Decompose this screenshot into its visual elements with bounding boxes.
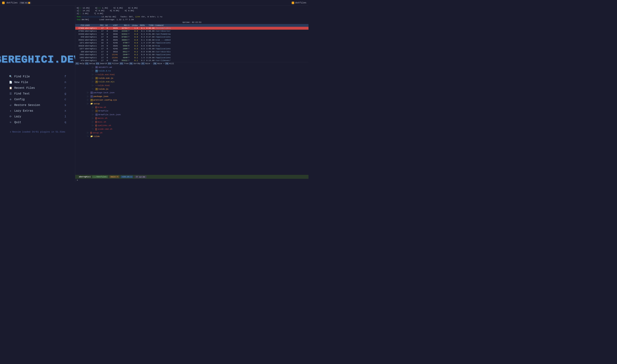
cell-s: ? (128, 53, 131, 56)
status-path: ../dotfiles (92, 176, 108, 178)
cell-cmd: /usr/sbin/dis (155, 50, 308, 53)
table-row[interactable]: 474 abereghici 17 0 391G 55632 ? 0.1 0.2… (75, 59, 308, 62)
file-type-badge: ▶ (95, 106, 97, 109)
htop-footer-key[interactable]: F3Search (96, 62, 108, 65)
list-item[interactable]: └─ 📁tilde (75, 135, 308, 138)
htop-footer-key[interactable]: F5Tree (120, 62, 129, 65)
list-item[interactable]: ├─ ▶setup.sh (75, 131, 308, 135)
cell-cmd: htop (155, 44, 308, 48)
cell-mem: 1.4 (139, 41, 145, 44)
list-item[interactable]: ├─ MDSECURITY.md (75, 65, 308, 69)
right-panel: 0[|| 12.8%] 3[||| 1.3%] 5[ 0.0%] 8[ 0.0%… (75, 6, 308, 182)
cpu-0: 0[|| 12.8%] (77, 7, 90, 10)
list-item[interactable]: ├─ JStslib.es6.mjs (75, 80, 308, 84)
file-name: SECURITY.md (98, 66, 112, 69)
cell-pri: 17 (99, 59, 104, 62)
menu-label-restore-session: Restore Session (14, 104, 40, 107)
table-row[interactable]: 37909 abereghici 17 0 392G 42704 ? 1.6 0… (75, 27, 308, 30)
file-type-badge: JS (95, 80, 98, 83)
list-item[interactable]: ├─ ▶macos.sh (75, 117, 308, 120)
table-row[interactable]: 34469 abereghici 32 0 393G 92832 ? 0.8 0… (75, 33, 308, 36)
cell-ni: 0 (104, 41, 109, 44)
file-name: macos.sh (97, 117, 107, 120)
cell-user: abereghici (85, 30, 99, 33)
cell-user: abereghici (85, 41, 99, 44)
table-row[interactable]: 1871 abereghici 32 0 424G 475M ? 0.6 1.4… (75, 41, 308, 44)
menu-label-lazy-extras: Lazy Extras (14, 109, 33, 113)
table-row[interactable]: 2062 abereghici 17 0 1524G 284M ? 0.2 0.… (75, 53, 308, 56)
list-item[interactable]: ├─ ▶symlinks.sh (75, 124, 308, 127)
htop-footer-key[interactable]: F6SortBy (129, 62, 141, 65)
cpu-9: 9[ 0.0%] (125, 10, 134, 12)
list-item[interactable]: ├─ ▶misc.sh (75, 120, 308, 124)
menu-label-lazy: Lazy (14, 115, 21, 118)
file-tree-section[interactable]: ├─ MDSECURITY.md ├─ TStslib.d.ts ├─ ◻tsl… (75, 65, 308, 175)
menu-item-recent-files[interactable]: 📋 Recent Files r (9, 85, 66, 91)
htop-footer-key[interactable]: F7Nice - (141, 62, 153, 65)
list-item[interactable]: ├─ ◻tslib.html (75, 84, 308, 87)
tab-badge[interactable]: Tab #1 (19, 2, 31, 4)
list-item[interactable]: ├─ JSprettier.config.cjs (75, 98, 308, 102)
cell-time: 0:27.00 (145, 36, 155, 39)
htop-footer-key[interactable]: F2Setup (85, 62, 96, 65)
menu-key-find-file: f (64, 75, 66, 78)
menu-item-restore-session[interactable]: ↺ Restore Session s (9, 102, 66, 108)
list-item[interactable]: ├─ TStslib.d.ts (75, 69, 308, 73)
cell-ni: 0 (104, 56, 109, 59)
menu-label-quit: Quit (14, 121, 21, 124)
menu-list: 🔍 Find File f 📄 New File n 📋 Recent File… (9, 74, 66, 125)
menu-item-config[interactable]: ⚙ Config c (9, 97, 66, 102)
menu-item-new-file[interactable]: 📄 New File n (9, 79, 66, 85)
list-item[interactable]: ├─ ▶brew.sh (75, 105, 308, 109)
list-item[interactable]: ├─ ◻tslib.es6.html (75, 73, 308, 77)
top-bar-left: dotfiles Tab #1 (2, 1, 31, 4)
table-row[interactable]: 940 abereghici 17 0 393G 87984 ? 0.8 0.3… (75, 36, 308, 39)
menu-item-find-file[interactable]: 🔍 Find File f (9, 74, 66, 79)
file-name: symlinks.sh (97, 124, 111, 127)
menu-item-lazy[interactable]: ⟳ Lazy l (9, 114, 66, 119)
table-row[interactable]: 37902 abereghici 17 0 391G 22336 ? 0.9 0… (75, 30, 308, 33)
menu-key-quit: q (64, 121, 66, 124)
list-item[interactable]: ├─ {}Brewfile (75, 109, 308, 113)
top-bar-right-title: dotfiles (295, 1, 306, 4)
cell-virt: 424G (109, 41, 118, 44)
tree-connector: └─ (92, 128, 95, 131)
list-item[interactable]: ├─ {}package-lock.json (75, 91, 308, 94)
cell-user: abereghici (85, 39, 99, 42)
list-item[interactable]: ├─ {}package.json (75, 95, 308, 98)
process-table-header: PID USER PRI NI VIRT RES S CPU%▾ MEM% TI… (75, 24, 308, 27)
table-row[interactable]: 1877 abereghici 17 0 424G 200M ? 0.3 0.6… (75, 47, 308, 50)
htop-footer-key[interactable]: F4Filter (108, 62, 120, 65)
col-header-cmd: Command (155, 24, 308, 26)
tree-connector: ├─ (92, 109, 95, 113)
cell-mem: 0.0 (139, 44, 145, 48)
htop-footer-key[interactable]: F9Kill (165, 62, 175, 65)
list-item[interactable]: ├─ 📁setup (75, 102, 308, 105)
fkey-num: F2 (85, 62, 89, 65)
table-row[interactable]: 36828 abereghici 24 0 392G 9088 R 0.3 0.… (75, 44, 308, 48)
cell-s: ? (128, 27, 131, 30)
menu-item-find-text[interactable]: ☰ Find Text g (9, 91, 66, 97)
cell-user: abereghici (85, 59, 99, 62)
table-row[interactable]: 1882 abereghici 17 0 1526G 484M ? 0.1 1.… (75, 56, 308, 59)
cpu-1: 1[|| 14.1%] (77, 10, 90, 12)
tree-connector: ├─ (92, 73, 95, 76)
menu-item-quit[interactable]: ⎋ Quit q (9, 119, 66, 125)
menu-item-lazy-extras[interactable]: ✦ Lazy Extras x (9, 108, 66, 114)
list-item[interactable]: └─ ▶xcode-cmd.sh (75, 127, 308, 131)
table-row[interactable]: 35842 abereghici 26 0 392G 38064 ? 0.8 0… (75, 39, 308, 42)
htop-footer-key[interactable]: F8Nice + (153, 62, 165, 65)
list-item[interactable]: ├─ JStslib.es6.js (75, 77, 308, 80)
cpu-display: 0[|| 12.8%] 3[||| 1.3%] 5[ 0.0%] 8[ 0.0%… (77, 7, 307, 10)
cell-time: 0:15.00 (145, 59, 155, 62)
menu-key-lazy: l (64, 115, 66, 118)
file-name: tslib.es6.js (98, 77, 113, 80)
list-item[interactable]: └─ JStslib.js (75, 87, 308, 91)
list-item[interactable]: ├─ {}Brewfile.lock.json (75, 113, 308, 117)
cell-ni: 0 (104, 39, 109, 42)
cell-res: 38064 (118, 39, 128, 42)
htop-footer-key[interactable]: F1Help (75, 62, 85, 65)
tab-close-dot[interactable] (28, 2, 30, 4)
cell-res: 284M (118, 53, 128, 56)
table-row[interactable]: 396 abereghici 17 0 391G 8912 ? 0.2 0.0 … (75, 50, 308, 53)
